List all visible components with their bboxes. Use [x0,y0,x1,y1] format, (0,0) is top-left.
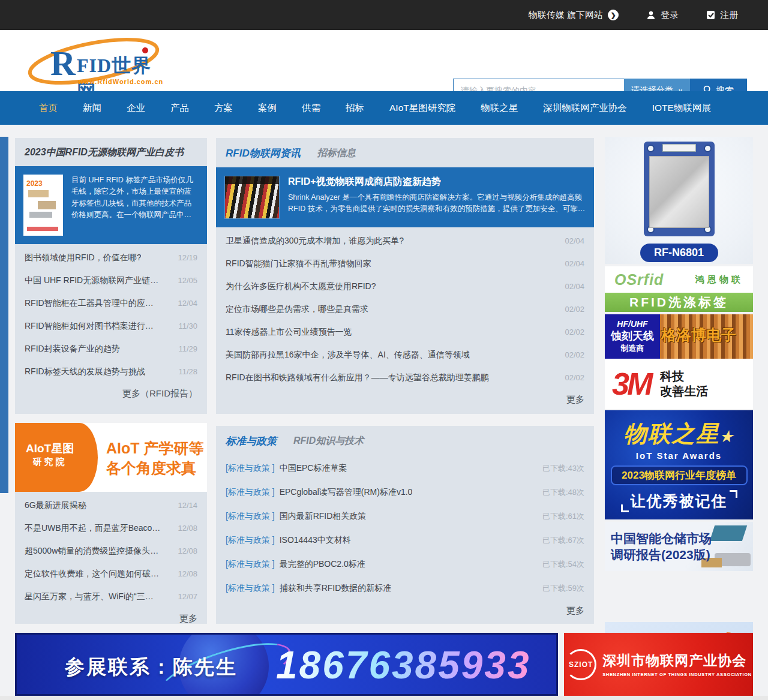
download-count: 已下载:61次 [542,511,584,522]
article-title: 卫星通信造成的300元成本增加，谁愿为此买单? [226,236,404,247]
category-tag: [标准与政策 ] [226,559,275,570]
list-item[interactable]: 中国 UHF RFID无源物联网产业链…12/05 [25,269,197,292]
footer-strip [0,696,768,700]
warehouse-line1: 中国智能仓储市场 [611,530,712,546]
article-date: 12/14 [178,501,197,510]
globo-ad[interactable]: HF/UHF 蚀刻天线 制造商 格洛博电子 [605,314,753,359]
osrfid-band: RFID洗涤标签 [605,293,753,312]
list-item[interactable]: RFID智能柜在工器具管理中的应…12/04 [25,292,197,315]
iotstar-en: IoT Star Awards [605,450,753,461]
plane-graphic [710,525,747,541]
list-item[interactable]: 图书领域使用RFID，价值在哪?12/19 [25,247,197,269]
logo-url: www.RfidWorld.com.cn [78,78,163,85]
more-rfid-reports-link[interactable]: 更多（RFID报告） [15,383,207,407]
list-item[interactable]: RFID封装设备产业的趋势11/29 [25,338,197,360]
list-item[interactable]: 不是UWB用不起，而是蓝牙Beaco…12/08 [25,517,197,540]
list-item[interactable]: [标准与政策 ]捕获和共享RFID数据的新标准已下载:59次 [226,576,584,600]
article-title: RFID封装设备产业的趋势 [25,344,120,354]
nav-item-solutions[interactable]: 方案 [202,91,245,125]
download-count: 已下载:48次 [542,487,584,498]
nav-item-products[interactable]: 产品 [158,91,202,125]
nav-item-iote-expo[interactable]: IOTE物联网展 [640,91,724,125]
tab-tender-info[interactable]: 招标信息 [317,147,356,160]
list-item[interactable]: RFID标签天线的发展趋势与挑战11/28 [25,360,197,383]
list-item[interactable]: 超5000w销量的消费级监控摄像头…12/08 [25,540,197,563]
rfid-module-image [644,142,715,236]
article-date: 12/08 [178,546,197,555]
product-ad-rf-n6801[interactable]: RF-N6801 [605,137,753,264]
more-aiot-link[interactable]: 更多 [15,608,207,632]
warehouse-report-ad[interactable]: 中国智能仓储市场 调研报告(2023版) [605,522,753,571]
article-date: 11/29 [178,344,197,353]
list-item[interactable]: 定位软件收费难，这个问题如何破…12/08 [25,563,197,585]
whitepaper-title: 2023中国RFID无源物联网产业白皮书 [25,146,184,159]
exhibit-contact-banner[interactable]: 参展联系：陈先生 18676385933 [15,633,558,696]
3m-logo: 3M [612,366,650,402]
list-item[interactable]: 美国防部再拉黑16家中企，涉及半导体、AI、传感器、通信等领域02/02 [226,344,584,366]
warehouse-line2: 调研报告(2023版) [611,546,712,563]
user-icon [646,10,656,20]
main-nav: 首页 新闻 企业 产品 方案 案例 供需 招标 AIoT星图研究院 物联之星 深… [0,91,768,125]
nav-item-sziot[interactable]: 深圳物联网产业协会 [530,91,640,125]
download-count: 已下载:59次 [542,583,584,594]
list-item[interactable]: RFID智能柜如何对图书档案进行…11/30 [25,315,197,338]
register-link[interactable]: 注册 [706,10,738,21]
article-date: 02/02 [565,373,584,382]
exhibit-contact-label: 参展联系：陈先生 [65,654,238,681]
list-item[interactable]: 为什么许多医疗机构不太愿意使用RFID?02/04 [226,275,584,298]
list-item[interactable]: [标准与政策 ]ISO14443中文材料已下载:67次 [226,528,584,552]
sziot-logo: SZIOT [565,649,596,680]
more-news-link[interactable]: 更多 [216,389,594,413]
osrfid-brand: OSrfid [614,271,664,289]
list-item[interactable]: [标准与政策 ]中国EPC标准草案已下载:43次 [226,456,584,480]
whitepaper-featured[interactable]: 2023 目前 UHF RFID 标签产品市场价仅几毛钱，除它之外，市场上最便宜… [15,166,207,244]
nav-item-iot-star[interactable]: 物联之星 [468,91,530,125]
tab-rfid-news[interactable]: RFID物联网资讯 [226,146,301,160]
category-tag: [标准与政策 ] [226,463,275,474]
featured-image [224,176,280,219]
download-count: 已下载:67次 [542,535,584,546]
tab-rfid-knowledge[interactable]: RFID知识与技术 [293,435,364,447]
nav-item-home[interactable]: 首页 [26,91,70,125]
list-item[interactable]: 定位市场哪些是伪需求，哪些是真需求02/02 [226,298,584,321]
left-accent-stripe [0,137,8,493]
3m-ad[interactable]: 3M 科技 改善生活 [605,359,753,409]
nav-item-supply[interactable]: 供需 [289,91,333,125]
article-date: 12/08 [178,569,197,578]
nav-item-tenders[interactable]: 招标 [333,91,377,125]
etched-antenna-image: 格洛博电子 [660,314,753,359]
more-standards-link[interactable]: 更多 [216,600,594,624]
list-item[interactable]: 星闪至万家，与蓝牙、WiFi的“三…12/07 [25,585,197,608]
aiot-banner[interactable]: AIoT星图 研究院 AIoT 产学研等 各个角度求真 [15,423,207,492]
list-item[interactable]: 11家传感器上市公司业绩预告一览02/02 [226,321,584,344]
article-title: 为什么许多医疗机构不太愿意使用RFID? [226,281,376,292]
sziot-banner[interactable]: SZIOT 深圳市物联网产业协会 SHENZHEN INTERNET OF TH… [564,633,753,696]
tab-standards[interactable]: 标准与政策 [226,434,277,448]
doc-title: EPCglobal读写器管理(RM)标准v1.0 [280,487,413,498]
site-logo[interactable]: R FID世界网 www.RfidWorld.com.cn [22,35,166,88]
list-item[interactable]: RFID在图书和铁路领域有什么新应用？——专访远望谷总裁助理姜鹏鹏02/02 [226,366,584,389]
globo-line1: HF/UHF [605,319,660,329]
nav-item-cases[interactable]: 案例 [245,91,289,125]
iot-star-awards-ad[interactable]: 物联之星★ IoT Star Awards 2023物联网行业年度榜单 让优秀被… [605,410,753,519]
nav-item-enterprise[interactable]: 企业 [114,91,158,125]
exhibit-contact-phone: 18676385933 [276,643,531,687]
osrfid-ad[interactable]: OSrfid 鸿恩物联 RFID洗涤标签 [605,266,753,312]
list-item[interactable]: [标准与政策 ]EPCglobal读写器管理(RM)标准v1.0已下载:48次 [226,480,584,504]
globo-line3: 制造商 [605,343,660,354]
topbar: 物联传媒 旗下网站 ❯ 登录 注册 [0,0,768,30]
list-item[interactable]: 6G最新进展揭秘12/14 [25,494,197,517]
nav-item-aiot-institute[interactable]: AIoT星图研究院 [377,91,468,125]
sister-sites-link[interactable]: 物联传媒 旗下网站 ❯ [529,10,619,21]
list-item[interactable]: 卫星通信造成的300元成本增加，谁愿为此买单?02/04 [226,230,584,253]
site-header: R FID世界网 www.RfidWorld.com.cn 请选择分类 ∨ 搜索 [0,30,768,91]
page: 物联传媒 旗下网站 ❯ 登录 注册 R [0,0,768,700]
nav-item-news[interactable]: 新闻 [70,91,114,125]
list-item[interactable]: RFID智能猫门让家猫不再乱带猎物回家02/04 [226,253,584,275]
news-featured[interactable]: RFID+视觉物联网成商店防盗新趋势 Shrink Analyzer 是一个具有… [216,167,594,227]
list-item[interactable]: [标准与政策 ]最完整的PBOC2.0标准已下载:54次 [226,552,584,576]
star-icon: ★ [720,428,734,444]
login-link[interactable]: 登录 [646,10,679,21]
list-item[interactable]: [标准与政策 ]国内最新RFID相关政策已下载:61次 [226,504,584,528]
article-date: 12/19 [178,253,197,262]
